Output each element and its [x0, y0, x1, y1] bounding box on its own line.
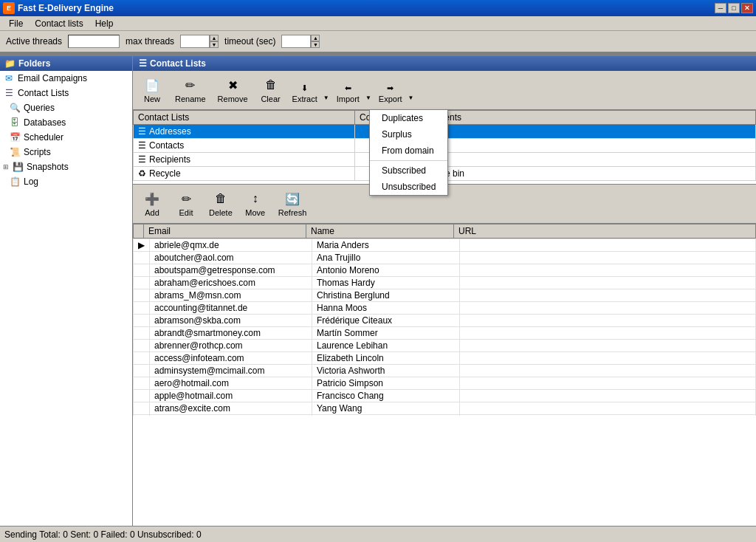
lower-table-row[interactable]: ▶ abriele@qmx.de Maria Anders — [134, 239, 756, 252]
import-main-button[interactable]: ⬅ Import — [333, 80, 363, 106]
export-dropdown-arrow[interactable]: ▼ — [406, 92, 416, 106]
contact-lists-panel: ☰ Contact Lists 📄 New ✏ Rename ✖ Remove — [133, 56, 756, 526]
right-content: ☰ Contact Lists 📄 New ✏ Rename ✖ Remove — [133, 56, 756, 526]
lower-table-row[interactable]: access@infoteam.com Elizabeth Lincoln — [134, 352, 756, 365]
sidebar-item-scripts[interactable]: 📜 Scripts — [6, 145, 132, 159]
active-threads-input[interactable] — [68, 35, 120, 48]
sidebar-item-snapshots[interactable]: ⊞ 💾 Snapshots — [0, 159, 132, 174]
row-email: aero@hotmail.com — [150, 377, 312, 390]
sidebar-item-queries[interactable]: 🔍 Queries — [6, 100, 132, 115]
contact-toolbar: 📄 New ✏ Rename ✖ Remove 🗑 Clear ⬇ — [133, 71, 756, 110]
rename-button[interactable]: ✏ Rename — [170, 74, 211, 106]
timeout-label: timeout (sec) — [224, 36, 275, 47]
dropdown-from-domain[interactable]: From domain — [370, 143, 447, 159]
col-url: URL — [454, 224, 756, 239]
close-button[interactable]: ✕ — [741, 3, 753, 13]
extract-dropdown-arrow[interactable]: ▼ — [321, 92, 331, 106]
lower-table-row[interactable]: abrenner@rothcp.com Laurence Lebihan — [134, 340, 756, 352]
move-button[interactable]: ↕ Move — [239, 188, 272, 220]
expander-icon: ⊞ — [3, 163, 9, 171]
row-arrow — [134, 402, 150, 415]
timeout-input[interactable]: 300 — [281, 35, 311, 48]
menu-file[interactable]: File — [3, 17, 29, 30]
sidebar-item-email-campaigns[interactable]: ✉ Email Campaigns — [0, 71, 132, 86]
lower-table-row[interactable]: apple@hotmail.com Francisco Chang — [134, 390, 756, 402]
sidebar-item-contact-lists[interactable]: ☰ Contact Lists — [0, 86, 132, 100]
row-arrow — [134, 252, 150, 264]
dropdown-subscribed[interactable]: Subscribed — [370, 162, 447, 179]
row-name: Maria Anders — [312, 239, 460, 252]
dropdown-separator — [370, 160, 447, 161]
sidebar-label-email-campaigns: Email Campaigns — [18, 73, 87, 83]
lower-table-row[interactable]: aboutspam@getresponse.com Antonio Moreno — [134, 264, 756, 277]
max-threads-up[interactable]: ▲ — [210, 35, 219, 41]
lower-table-row[interactable]: abrams_M@msn.com Christina Berglund — [134, 289, 756, 302]
edit-button[interactable]: ✏ Edit — [170, 188, 202, 220]
menu-contact-lists[interactable]: Contact lists — [29, 17, 89, 30]
row-name: Ana Trujillo — [312, 252, 460, 264]
lower-table-row[interactable]: aboutcher@aol.com Ana Trujillo — [134, 252, 756, 264]
clear-label: Clear — [261, 95, 280, 103]
refresh-icon: 🔄 — [284, 191, 300, 207]
row-email: abriele@qmx.de — [150, 239, 312, 252]
extract-main-button[interactable]: ⬇ Extract — [289, 80, 321, 106]
remove-button[interactable]: ✖ Remove — [213, 74, 253, 106]
add-button[interactable]: ➕ Add — [136, 188, 168, 220]
refresh-button[interactable]: 🔄 Refresh — [273, 188, 312, 220]
row-email: aboutspam@getresponse.com — [150, 264, 312, 277]
row-name: Martín Sommer — [312, 327, 460, 340]
timeout-down[interactable]: ▼ — [311, 41, 320, 48]
col-name: Name — [306, 224, 454, 239]
import-dropdown-arrow[interactable]: ▼ — [363, 92, 374, 106]
dropdown-surplus[interactable]: Surplus — [370, 126, 447, 143]
sidebar-item-log[interactable]: 📋 Log — [6, 174, 132, 189]
restore-button[interactable]: □ — [728, 3, 740, 13]
envelope-icon: ✉ — [3, 72, 15, 84]
remove-icon: ✖ — [224, 77, 241, 93]
add-label: Add — [145, 208, 159, 217]
sidebar-label-scheduler: Scheduler — [24, 132, 63, 143]
row-name: Laurence Lebihan — [312, 340, 460, 352]
move-icon: ↕ — [247, 191, 264, 207]
new-button[interactable]: 📄 New — [136, 74, 168, 106]
app-icon: E — [3, 2, 15, 14]
delete-label: Delete — [209, 208, 233, 217]
row-arrow — [134, 302, 150, 315]
export-icon: ➡ — [387, 83, 394, 93]
sidebar: 📁 Folders ✉ Email Campaigns ☰ Contact Li… — [0, 56, 133, 526]
lower-table-row[interactable]: atransservice@excite.com Pedro Afonso — [134, 415, 756, 416]
row-name: Christina Berglund — [312, 289, 460, 302]
row-name: Hanna Moos — [312, 302, 460, 315]
row-email: abrams_M@msn.com — [150, 289, 312, 302]
panel-icon: ☰ — [139, 58, 147, 69]
row-arrow — [134, 264, 150, 277]
dropdown-duplicates[interactable]: Duplicates — [370, 110, 447, 126]
max-threads-input[interactable]: 140 — [180, 35, 210, 48]
max-threads-down[interactable]: ▼ — [210, 41, 219, 48]
clear-button[interactable]: 🗑 Clear — [255, 74, 287, 106]
lower-table-row[interactable]: abraham@ericshoes.com Thomas Hardy — [134, 277, 756, 289]
export-main-button[interactable]: ➡ Export — [375, 80, 406, 106]
lower-table-row[interactable]: accounting@titannet.de Hanna Moos — [134, 302, 756, 315]
new-icon: 📄 — [144, 77, 160, 93]
row-url — [460, 277, 756, 289]
row-url — [460, 302, 756, 315]
timeout-up[interactable]: ▲ — [311, 35, 320, 41]
lower-table-row[interactable]: adminsystem@mcimail.com Victoria Ashwort… — [134, 365, 756, 377]
sidebar-item-scheduler[interactable]: 📅 Scheduler — [6, 130, 132, 145]
sidebar-item-databases[interactable]: 🗄 Databases — [6, 115, 132, 130]
import-split-button: ⬅ Import ▼ — [333, 80, 374, 106]
contacts-scroll-body[interactable]: ▶ abriele@qmx.de Maria Anders aboutcher@… — [133, 239, 756, 416]
minimize-button[interactable]: ─ — [715, 3, 726, 13]
menu-help[interactable]: Help — [89, 17, 120, 30]
row-name: Francisco Chang — [312, 390, 460, 402]
lower-table-row[interactable]: abramson@skba.com Frédérique Citeaux — [134, 315, 756, 327]
lower-table-row[interactable]: aero@hotmail.com Patricio Simpson — [134, 377, 756, 390]
lower-table-row[interactable]: atrans@excite.com Yang Wang — [134, 402, 756, 415]
main-content: 📁 Folders ✉ Email Campaigns ☰ Contact Li… — [0, 56, 756, 526]
lower-table-row[interactable]: abrandt@smartmoney.com Martín Sommer — [134, 327, 756, 340]
dropdown-unsubscribed[interactable]: Unsubscribed — [370, 179, 447, 195]
delete-button[interactable]: 🗑 Delete — [204, 188, 238, 220]
col-contact-lists: Contact Lists — [134, 111, 355, 125]
row-email: atransservice@excite.com — [150, 415, 312, 416]
